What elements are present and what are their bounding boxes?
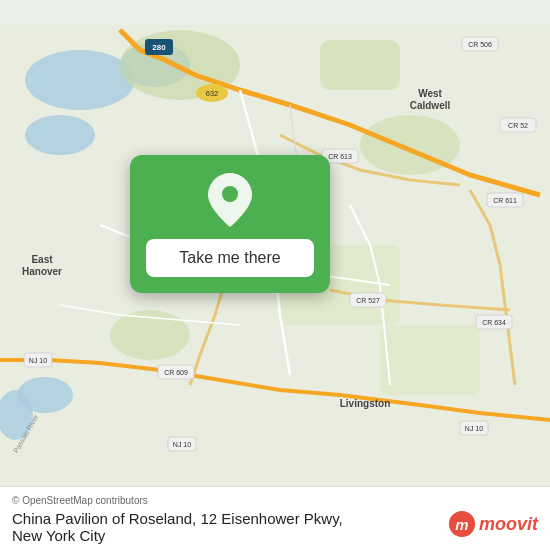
svg-text:632: 632 xyxy=(206,89,219,98)
svg-text:Caldwell: Caldwell xyxy=(410,100,451,111)
navigation-card: Take me there xyxy=(130,155,330,293)
take-me-there-button[interactable]: Take me there xyxy=(146,239,314,277)
svg-text:Hanover: Hanover xyxy=(22,266,62,277)
svg-text:West: West xyxy=(418,88,442,99)
svg-rect-7 xyxy=(320,40,400,90)
svg-text:CR 613: CR 613 xyxy=(328,153,352,160)
svg-text:280: 280 xyxy=(152,43,166,52)
svg-text:Livingston: Livingston xyxy=(340,398,391,409)
svg-point-42 xyxy=(222,186,238,202)
bottom-info-bar: © OpenStreetMap contributors China Pavil… xyxy=(0,486,550,550)
svg-text:CR 506: CR 506 xyxy=(468,41,492,48)
location-pin-icon xyxy=(205,175,255,225)
svg-rect-11 xyxy=(380,325,480,395)
svg-point-3 xyxy=(25,115,95,155)
map-attribution: © OpenStreetMap contributors xyxy=(12,495,538,506)
svg-text:CR 52: CR 52 xyxy=(508,122,528,129)
moovit-logo: m moovit xyxy=(448,510,538,538)
svg-text:CR 527: CR 527 xyxy=(356,297,380,304)
svg-text:NJ 10: NJ 10 xyxy=(29,357,47,364)
map-container: 280 632 CR 506 CR 52 CR xyxy=(0,0,550,550)
address-line1: China Pavilion of Roseland, 12 Eisenhowe… xyxy=(12,510,343,527)
moovit-icon: m xyxy=(448,510,476,538)
svg-text:NJ 10: NJ 10 xyxy=(465,425,483,432)
svg-text:NJ 10: NJ 10 xyxy=(173,441,191,448)
svg-point-1 xyxy=(25,50,135,110)
svg-text:CR 634: CR 634 xyxy=(482,319,506,326)
address-city: New York City xyxy=(12,527,105,544)
svg-text:East: East xyxy=(31,254,53,265)
moovit-text: moovit xyxy=(479,514,538,535)
svg-text:m: m xyxy=(455,516,468,533)
svg-text:CR 609: CR 609 xyxy=(164,369,188,376)
svg-text:CR 611: CR 611 xyxy=(493,197,517,204)
